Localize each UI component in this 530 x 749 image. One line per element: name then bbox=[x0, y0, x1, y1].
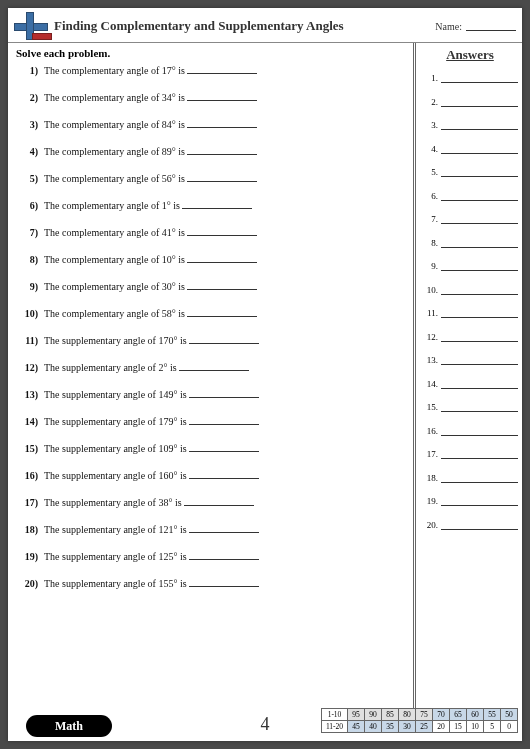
answer-blank[interactable] bbox=[441, 451, 518, 459]
problem-answer-blank[interactable] bbox=[189, 578, 259, 587]
answer-blank[interactable] bbox=[441, 240, 518, 248]
problem-text: The complementary angle of 34° is bbox=[44, 90, 185, 105]
problem-answer-blank[interactable] bbox=[189, 524, 259, 533]
answer-number: 2. bbox=[422, 97, 438, 107]
problem-text: The supplementary angle of 149° is bbox=[44, 387, 187, 402]
problem-answer-blank[interactable] bbox=[187, 146, 257, 155]
problem-text: The complementary angle of 30° is bbox=[44, 279, 185, 294]
problem-answer-blank[interactable] bbox=[187, 65, 257, 74]
answer-number: 3. bbox=[422, 120, 438, 130]
answer-blank[interactable] bbox=[441, 310, 518, 318]
worksheet-title: Finding Complementary and Supplementary … bbox=[54, 18, 435, 34]
problem-answer-blank[interactable] bbox=[187, 227, 257, 236]
problem-answer-blank[interactable] bbox=[189, 443, 259, 452]
answer-number: 11. bbox=[422, 308, 438, 318]
problem-text: The complementary angle of 84° is bbox=[44, 117, 185, 132]
problem-number: 6) bbox=[16, 198, 38, 213]
score-grid: 1-1095908580757065605550 11-204540353025… bbox=[321, 708, 518, 733]
answer-blank[interactable] bbox=[441, 75, 518, 83]
problem-answer-blank[interactable] bbox=[187, 92, 257, 101]
answer-blank[interactable] bbox=[441, 381, 518, 389]
problem-answer-blank[interactable] bbox=[189, 470, 259, 479]
score-cell: 60 bbox=[467, 709, 484, 721]
problem-number: 12) bbox=[16, 360, 38, 375]
answer-blank[interactable] bbox=[441, 498, 518, 506]
answer-number: 9. bbox=[422, 261, 438, 271]
problem-number: 11) bbox=[16, 333, 38, 348]
problem-row: 15)The supplementary angle of 109° is bbox=[16, 441, 407, 456]
answer-row: 12. bbox=[422, 332, 518, 342]
score-cell: 1-10 bbox=[322, 709, 348, 721]
answer-blank[interactable] bbox=[441, 522, 518, 530]
problem-number: 16) bbox=[16, 468, 38, 483]
score-cell: 50 bbox=[501, 709, 518, 721]
problem-row: 13)The supplementary angle of 149° is bbox=[16, 387, 407, 402]
problem-text: The supplementary angle of 121° is bbox=[44, 522, 187, 537]
problem-row: 10)The complementary angle of 58° is bbox=[16, 306, 407, 321]
answer-blank[interactable] bbox=[441, 216, 518, 224]
problem-text: The complementary angle of 89° is bbox=[44, 144, 185, 159]
answer-blank[interactable] bbox=[441, 334, 518, 342]
answer-row: 6. bbox=[422, 191, 518, 201]
problem-row: 1)The complementary angle of 17° is bbox=[16, 63, 407, 78]
problem-answer-blank[interactable] bbox=[187, 281, 257, 290]
answers-column: Answers 1.2.3.4.5.6.7.8.9.10.11.12.13.14… bbox=[416, 43, 522, 715]
problem-answer-blank[interactable] bbox=[189, 389, 259, 398]
problem-text: The complementary angle of 41° is bbox=[44, 225, 185, 240]
score-cell: 15 bbox=[450, 721, 467, 733]
problem-row: 12)The supplementary angle of 2° is bbox=[16, 360, 407, 375]
score-cell: 25 bbox=[416, 721, 433, 733]
score-cell: 5 bbox=[484, 721, 501, 733]
problem-answer-blank[interactable] bbox=[189, 551, 259, 560]
problem-answer-blank[interactable] bbox=[187, 173, 257, 182]
answer-blank[interactable] bbox=[441, 287, 518, 295]
problem-text: The supplementary angle of 109° is bbox=[44, 441, 187, 456]
problem-number: 17) bbox=[16, 495, 38, 510]
answer-row: 10. bbox=[422, 285, 518, 295]
problem-answer-blank[interactable] bbox=[187, 119, 257, 128]
answer-blank[interactable] bbox=[441, 99, 518, 107]
problem-number: 1) bbox=[16, 63, 38, 78]
answer-blank[interactable] bbox=[441, 357, 518, 365]
answer-blank[interactable] bbox=[441, 122, 518, 130]
score-cell: 85 bbox=[382, 709, 399, 721]
problem-answer-blank[interactable] bbox=[184, 497, 254, 506]
answer-row: 14. bbox=[422, 379, 518, 389]
problem-answer-blank[interactable] bbox=[187, 254, 257, 263]
answer-row: 3. bbox=[422, 120, 518, 130]
score-cell: 40 bbox=[365, 721, 382, 733]
problem-number: 5) bbox=[16, 171, 38, 186]
answer-blank[interactable] bbox=[441, 428, 518, 436]
answer-number: 6. bbox=[422, 191, 438, 201]
answer-blank[interactable] bbox=[441, 475, 518, 483]
problem-text: The supplementary angle of 179° is bbox=[44, 414, 187, 429]
problem-answer-blank[interactable] bbox=[182, 200, 252, 209]
problem-answer-blank[interactable] bbox=[179, 362, 249, 371]
problem-row: 16)The supplementary angle of 160° is bbox=[16, 468, 407, 483]
score-cell: 0 bbox=[501, 721, 518, 733]
problem-answer-blank[interactable] bbox=[187, 308, 257, 317]
problem-number: 8) bbox=[16, 252, 38, 267]
name-blank[interactable] bbox=[466, 21, 516, 31]
problem-text: The complementary angle of 56° is bbox=[44, 171, 185, 186]
score-cell: 35 bbox=[382, 721, 399, 733]
problems-column: Solve each problem. 1)The complementary … bbox=[8, 43, 416, 715]
answer-row: 8. bbox=[422, 238, 518, 248]
answer-blank[interactable] bbox=[441, 169, 518, 177]
answer-number: 18. bbox=[422, 473, 438, 483]
problem-text: The supplementary angle of 160° is bbox=[44, 468, 187, 483]
answer-row: 5. bbox=[422, 167, 518, 177]
answer-blank[interactable] bbox=[441, 193, 518, 201]
problem-text: The supplementary angle of 2° is bbox=[44, 360, 177, 375]
answer-blank[interactable] bbox=[441, 404, 518, 412]
answer-number: 12. bbox=[422, 332, 438, 342]
problem-row: 14)The supplementary angle of 179° is bbox=[16, 414, 407, 429]
answer-blank[interactable] bbox=[441, 263, 518, 271]
problem-answer-blank[interactable] bbox=[189, 335, 259, 344]
answer-blank[interactable] bbox=[441, 146, 518, 154]
problem-number: 4) bbox=[16, 144, 38, 159]
answer-row: 1. bbox=[422, 73, 518, 83]
answer-row: 4. bbox=[422, 144, 518, 154]
problem-answer-blank[interactable] bbox=[189, 416, 259, 425]
problem-number: 7) bbox=[16, 225, 38, 240]
